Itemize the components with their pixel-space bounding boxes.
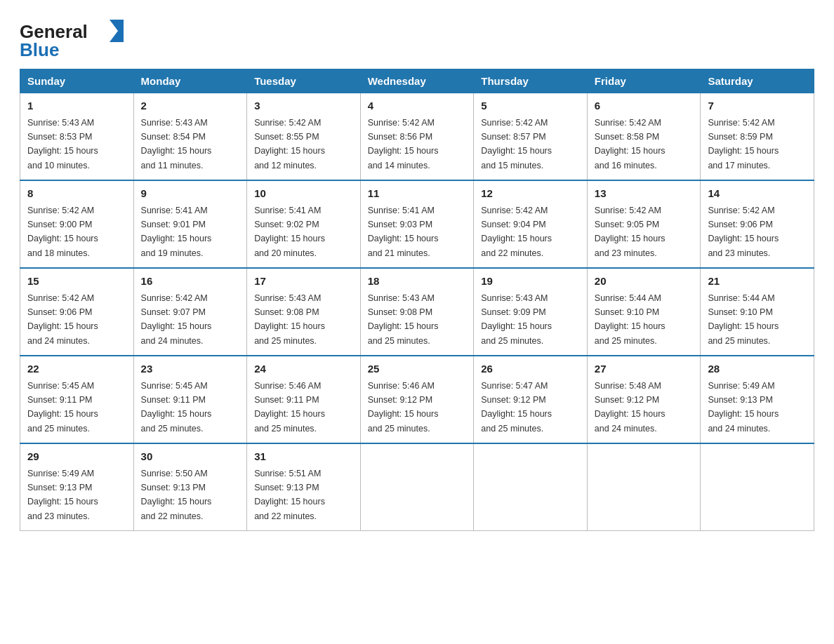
weekday-header-friday: Friday <box>587 69 701 93</box>
calendar-body: 1 Sunrise: 5:43 AMSunset: 8:53 PMDayligh… <box>20 93 814 531</box>
calendar-cell: 27 Sunrise: 5:48 AMSunset: 9:12 PMDaylig… <box>587 356 701 443</box>
day-info: Sunrise: 5:43 AMSunset: 8:53 PMDaylight:… <box>27 118 98 170</box>
calendar-table: SundayMondayTuesdayWednesdayThursdayFrid… <box>20 69 814 531</box>
day-number: 3 <box>254 98 353 114</box>
day-number: 24 <box>254 361 353 377</box>
day-info: Sunrise: 5:42 AMSunset: 9:04 PMDaylight:… <box>481 206 552 258</box>
day-number: 28 <box>708 361 807 377</box>
day-number: 26 <box>481 361 580 377</box>
day-info: Sunrise: 5:42 AMSunset: 9:06 PMDaylight:… <box>708 206 779 258</box>
header: General Blue <box>20 17 814 62</box>
calendar-cell: 11 Sunrise: 5:41 AMSunset: 9:03 PMDaylig… <box>360 180 474 268</box>
calendar-cell: 2 Sunrise: 5:43 AMSunset: 8:54 PMDayligh… <box>133 93 247 181</box>
day-number: 17 <box>254 274 353 290</box>
day-number: 16 <box>141 274 240 290</box>
day-number: 29 <box>27 449 126 465</box>
day-info: Sunrise: 5:41 AMSunset: 9:02 PMDaylight:… <box>254 206 325 258</box>
day-info: Sunrise: 5:42 AMSunset: 8:56 PMDaylight:… <box>368 118 439 170</box>
calendar-cell: 1 Sunrise: 5:43 AMSunset: 8:53 PMDayligh… <box>20 93 134 181</box>
calendar-cell: 28 Sunrise: 5:49 AMSunset: 9:13 PMDaylig… <box>701 356 814 443</box>
day-info: Sunrise: 5:43 AMSunset: 9:09 PMDaylight:… <box>481 293 552 346</box>
day-info: Sunrise: 5:42 AMSunset: 9:00 PMDaylight:… <box>27 206 98 258</box>
calendar-cell: 9 Sunrise: 5:41 AMSunset: 9:01 PMDayligh… <box>133 180 247 268</box>
calendar-cell: 23 Sunrise: 5:45 AMSunset: 9:11 PMDaylig… <box>133 356 247 443</box>
calendar-week-3: 15 Sunrise: 5:42 AMSunset: 9:06 PMDaylig… <box>20 268 814 356</box>
weekday-header-sunday: Sunday <box>20 69 134 93</box>
calendar-cell: 15 Sunrise: 5:42 AMSunset: 9:06 PMDaylig… <box>20 268 134 356</box>
calendar-cell <box>360 443 474 531</box>
calendar-cell: 3 Sunrise: 5:42 AMSunset: 8:55 PMDayligh… <box>247 93 361 181</box>
day-number: 22 <box>27 361 126 377</box>
day-number: 23 <box>141 361 240 377</box>
day-info: Sunrise: 5:45 AMSunset: 9:11 PMDaylight:… <box>27 381 98 434</box>
day-number: 12 <box>481 186 580 202</box>
day-info: Sunrise: 5:48 AMSunset: 9:12 PMDaylight:… <box>595 381 666 434</box>
day-number: 30 <box>141 449 240 465</box>
calendar-cell: 14 Sunrise: 5:42 AMSunset: 9:06 PMDaylig… <box>701 180 814 268</box>
day-info: Sunrise: 5:42 AMSunset: 8:58 PMDaylight:… <box>595 118 666 170</box>
calendar-cell: 5 Sunrise: 5:42 AMSunset: 8:57 PMDayligh… <box>474 93 588 181</box>
calendar-cell: 29 Sunrise: 5:49 AMSunset: 9:13 PMDaylig… <box>20 443 134 531</box>
day-info: Sunrise: 5:41 AMSunset: 9:01 PMDaylight:… <box>141 206 212 258</box>
calendar-cell: 7 Sunrise: 5:42 AMSunset: 8:59 PMDayligh… <box>701 93 814 181</box>
weekday-header-wednesday: Wednesday <box>360 69 474 93</box>
day-number: 18 <box>368 274 467 290</box>
calendar-week-1: 1 Sunrise: 5:43 AMSunset: 8:53 PMDayligh… <box>20 93 814 181</box>
calendar-cell: 25 Sunrise: 5:46 AMSunset: 9:12 PMDaylig… <box>360 356 474 443</box>
day-info: Sunrise: 5:47 AMSunset: 9:12 PMDaylight:… <box>481 381 552 434</box>
calendar-cell <box>474 443 588 531</box>
calendar-cell: 13 Sunrise: 5:42 AMSunset: 9:05 PMDaylig… <box>587 180 701 268</box>
day-number: 14 <box>708 186 807 202</box>
day-number: 21 <box>708 274 807 290</box>
day-number: 4 <box>368 98 467 114</box>
day-info: Sunrise: 5:42 AMSunset: 9:07 PMDaylight:… <box>141 293 212 346</box>
calendar-cell: 19 Sunrise: 5:43 AMSunset: 9:09 PMDaylig… <box>474 268 588 356</box>
day-info: Sunrise: 5:42 AMSunset: 8:57 PMDaylight:… <box>481 118 552 170</box>
day-info: Sunrise: 5:42 AMSunset: 8:55 PMDaylight:… <box>254 118 325 170</box>
day-info: Sunrise: 5:49 AMSunset: 9:13 PMDaylight:… <box>27 469 98 521</box>
calendar-week-2: 8 Sunrise: 5:42 AMSunset: 9:00 PMDayligh… <box>20 180 814 268</box>
calendar-cell: 24 Sunrise: 5:46 AMSunset: 9:11 PMDaylig… <box>247 356 361 443</box>
calendar-cell: 20 Sunrise: 5:44 AMSunset: 9:10 PMDaylig… <box>587 268 701 356</box>
calendar-cell <box>587 443 701 531</box>
calendar-cell <box>701 443 814 531</box>
day-info: Sunrise: 5:49 AMSunset: 9:13 PMDaylight:… <box>708 381 779 434</box>
calendar-cell: 31 Sunrise: 5:51 AMSunset: 9:13 PMDaylig… <box>247 443 361 531</box>
day-number: 9 <box>141 186 240 202</box>
day-number: 6 <box>595 98 694 114</box>
day-info: Sunrise: 5:42 AMSunset: 9:05 PMDaylight:… <box>595 206 666 258</box>
day-number: 8 <box>27 186 126 202</box>
calendar-week-5: 29 Sunrise: 5:49 AMSunset: 9:13 PMDaylig… <box>20 443 814 531</box>
calendar-cell: 30 Sunrise: 5:50 AMSunset: 9:13 PMDaylig… <box>133 443 247 531</box>
svg-text:Blue: Blue <box>20 39 59 59</box>
day-info: Sunrise: 5:44 AMSunset: 9:10 PMDaylight:… <box>595 293 666 346</box>
day-info: Sunrise: 5:42 AMSunset: 8:59 PMDaylight:… <box>708 118 779 170</box>
day-number: 10 <box>254 186 353 202</box>
day-info: Sunrise: 5:41 AMSunset: 9:03 PMDaylight:… <box>368 206 439 258</box>
calendar-cell: 21 Sunrise: 5:44 AMSunset: 9:10 PMDaylig… <box>701 268 814 356</box>
calendar-cell: 16 Sunrise: 5:42 AMSunset: 9:07 PMDaylig… <box>133 268 247 356</box>
day-info: Sunrise: 5:42 AMSunset: 9:06 PMDaylight:… <box>27 293 98 346</box>
calendar-cell: 10 Sunrise: 5:41 AMSunset: 9:02 PMDaylig… <box>247 180 361 268</box>
day-info: Sunrise: 5:46 AMSunset: 9:12 PMDaylight:… <box>368 381 439 434</box>
day-number: 5 <box>481 98 580 114</box>
day-number: 31 <box>254 449 353 465</box>
calendar-header-row: SundayMondayTuesdayWednesdayThursdayFrid… <box>20 69 814 93</box>
day-number: 13 <box>595 186 694 202</box>
calendar-cell: 4 Sunrise: 5:42 AMSunset: 8:56 PMDayligh… <box>360 93 474 181</box>
day-info: Sunrise: 5:43 AMSunset: 8:54 PMDaylight:… <box>141 118 212 170</box>
calendar-cell: 18 Sunrise: 5:43 AMSunset: 9:08 PMDaylig… <box>360 268 474 356</box>
day-info: Sunrise: 5:46 AMSunset: 9:11 PMDaylight:… <box>254 381 325 434</box>
day-number: 25 <box>368 361 467 377</box>
day-number: 27 <box>595 361 694 377</box>
page: General Blue SundayMondayTuesdayWednesda… <box>0 0 834 548</box>
day-info: Sunrise: 5:44 AMSunset: 9:10 PMDaylight:… <box>708 293 779 346</box>
day-info: Sunrise: 5:45 AMSunset: 9:11 PMDaylight:… <box>141 381 212 434</box>
calendar-cell: 26 Sunrise: 5:47 AMSunset: 9:12 PMDaylig… <box>474 356 588 443</box>
day-info: Sunrise: 5:50 AMSunset: 9:13 PMDaylight:… <box>141 469 212 521</box>
day-number: 19 <box>481 274 580 290</box>
calendar-cell: 6 Sunrise: 5:42 AMSunset: 8:58 PMDayligh… <box>587 93 701 181</box>
day-number: 11 <box>368 186 467 202</box>
calendar-cell: 17 Sunrise: 5:43 AMSunset: 9:08 PMDaylig… <box>247 268 361 356</box>
logo-text: General Blue <box>20 17 139 62</box>
